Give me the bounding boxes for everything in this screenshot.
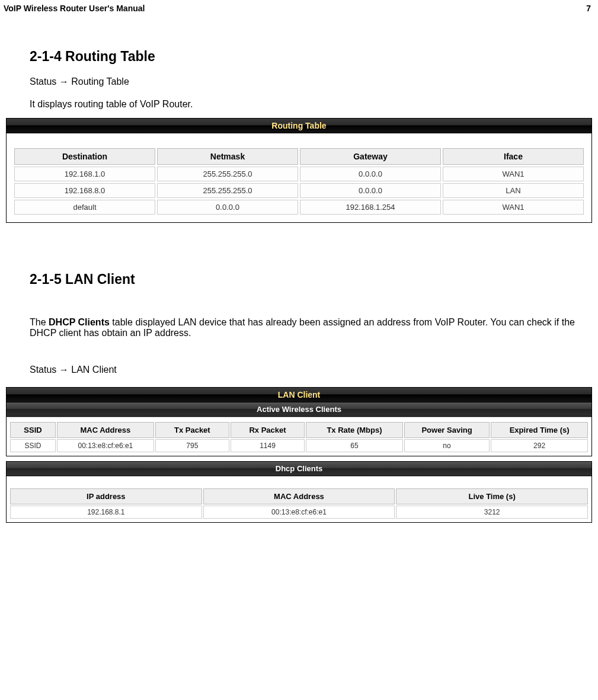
cell-expired-time: 292 <box>491 439 588 452</box>
cell-ssid: SSID <box>10 439 56 452</box>
dhcp-clients-table: IP address MAC Address Live Time (s) 192… <box>9 487 589 520</box>
cell-gateway: 0.0.0.0 <box>300 183 441 198</box>
cell-destination: default <box>14 200 155 215</box>
cell-gateway: 192.168.1.254 <box>300 200 441 215</box>
wireless-clients-container: SSID MAC Address Tx Packet Rx Packet Tx … <box>7 417 591 456</box>
section-heading-lan-client: 2-1-5 LAN Client <box>5 271 593 287</box>
dhcp-clients-panel: Dhcp Clients IP address MAC Address Live… <box>6 461 592 523</box>
col-netmask: Netmask <box>157 148 298 165</box>
cell-power-saving: no <box>404 439 490 452</box>
header-title: VoIP Wireless Router User's Manual <box>4 4 145 13</box>
col-power-saving: Power Saving <box>404 422 490 438</box>
panel-subtitle-wireless: Active Wireless Clients <box>7 402 591 417</box>
breadcrumb: Status → LAN Client <box>5 365 593 375</box>
breadcrumb-status: Status <box>30 76 56 87</box>
breadcrumb-lan-client: LAN Client <box>71 365 116 375</box>
table-row: SSID 00:13:e8:cf:e6:e1 795 1149 65 no 29… <box>10 439 588 452</box>
cell-gateway: 0.0.0.0 <box>300 167 441 181</box>
col-destination: Destination <box>14 148 155 165</box>
cell-tx-rate: 65 <box>306 439 403 452</box>
table-header-row: IP address MAC Address Live Time (s) <box>10 488 588 504</box>
dhcp-clients-container: IP address MAC Address Live Time (s) 192… <box>7 476 591 522</box>
cell-iface: WAN1 <box>443 167 584 181</box>
cell-tx-packet: 795 <box>155 439 229 452</box>
col-rx-packet: Rx Packet <box>231 422 305 438</box>
table-header-row: Destination Netmask Gateway Iface <box>14 148 584 165</box>
cell-destination: 192.168.8.0 <box>14 183 155 198</box>
table-header-row: SSID MAC Address Tx Packet Rx Packet Tx … <box>10 422 588 438</box>
table-row: 192.168.1.0 255.255.255.0 0.0.0.0 WAN1 <box>14 167 584 181</box>
page-header: VoIP Wireless Router User's Manual 7 <box>0 0 598 15</box>
col-mac-address: MAC Address <box>203 488 395 504</box>
section-description: It displays routing table of VoIP Router… <box>5 99 593 110</box>
table-row: 192.168.8.1 00:13:e8:cf:e6:e1 3212 <box>10 506 588 519</box>
section-description-lan: The DHCP Clients table displayed LAN dev… <box>5 317 593 338</box>
cell-destination: 192.168.1.0 <box>14 167 155 181</box>
col-tx-rate: Tx Rate (Mbps) <box>306 422 403 438</box>
page-body: 2-1-4 Routing Table Status → Routing Tab… <box>0 49 598 523</box>
routing-table-container: Destination Netmask Gateway Iface 192.16… <box>7 133 591 222</box>
cell-netmask: 255.255.255.0 <box>157 183 298 198</box>
routing-table: Destination Netmask Gateway Iface 192.16… <box>12 146 586 216</box>
text-suffix: table displayed LAN device that has alre… <box>30 317 575 338</box>
routing-table-panel: Routing Table Destination Netmask Gatewa… <box>6 118 592 223</box>
panel-title-lan-client: LAN Client <box>7 388 591 402</box>
col-ssid: SSID <box>10 422 56 438</box>
col-expired-time: Expired Time (s) <box>491 422 588 438</box>
cell-rx-packet: 1149 <box>231 439 305 452</box>
arrow-icon: → <box>56 76 71 87</box>
cell-live-time: 3212 <box>396 506 588 519</box>
col-live-time: Live Time (s) <box>396 488 588 504</box>
page-number: 7 <box>586 4 591 13</box>
panel-title-routing: Routing Table <box>7 119 591 133</box>
cell-mac: 00:13:e8:cf:e6:e1 <box>57 439 154 452</box>
cell-ip: 192.168.8.1 <box>10 506 202 519</box>
section-heading-routing-table: 2-1-4 Routing Table <box>5 49 593 65</box>
cell-netmask: 0.0.0.0 <box>157 200 298 215</box>
cell-iface: LAN <box>443 183 584 198</box>
arrow-icon: → <box>56 365 71 375</box>
col-iface: Iface <box>443 148 584 165</box>
table-row: 192.168.8.0 255.255.255.0 0.0.0.0 LAN <box>14 183 584 198</box>
table-row: default 0.0.0.0 192.168.1.254 WAN1 <box>14 200 584 215</box>
lan-client-panel: LAN Client Active Wireless Clients SSID … <box>6 387 592 456</box>
cell-netmask: 255.255.255.0 <box>157 167 298 181</box>
col-ip-address: IP address <box>10 488 202 504</box>
col-mac: MAC Address <box>57 422 154 438</box>
cell-iface: WAN1 <box>443 200 584 215</box>
panel-subtitle-dhcp: Dhcp Clients <box>7 462 591 476</box>
breadcrumb: Status → Routing Table <box>5 76 593 87</box>
col-tx-packet: Tx Packet <box>155 422 229 438</box>
wireless-clients-table: SSID MAC Address Tx Packet Rx Packet Tx … <box>9 421 589 453</box>
text-prefix: The <box>30 317 49 327</box>
col-gateway: Gateway <box>300 148 441 165</box>
breadcrumb-routing-table: Routing Table <box>71 76 129 87</box>
breadcrumb-status: Status <box>30 365 56 375</box>
text-bold-dhcp-clients: DHCP Clients <box>49 317 110 327</box>
cell-mac: 00:13:e8:cf:e6:e1 <box>203 506 395 519</box>
